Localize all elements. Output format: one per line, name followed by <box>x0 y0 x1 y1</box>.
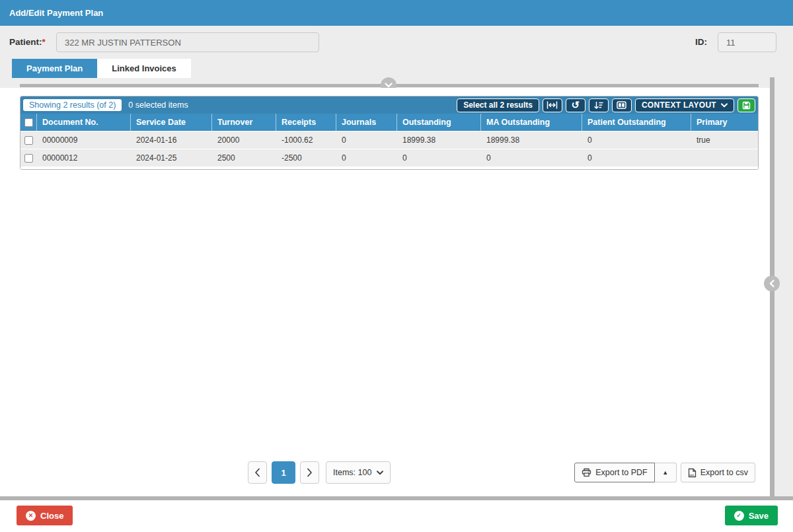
cell-receipts: -1000.62 <box>276 132 336 149</box>
column-header-turnover[interactable]: Turnover <box>212 114 276 131</box>
close-icon: ✕ <box>26 511 36 521</box>
right-splitter-bar[interactable] <box>770 77 774 496</box>
tab-bar: Payment Plan Linked Invoices <box>12 59 191 78</box>
id-input[interactable] <box>718 32 776 52</box>
chevron-right-icon <box>307 468 313 477</box>
column-header-journals[interactable]: Journals <box>336 114 397 131</box>
next-page-button[interactable] <box>300 461 319 484</box>
cell-document-no: 00000012 <box>37 149 131 167</box>
row-checkbox-cell <box>20 132 37 149</box>
tab-linked-invoices[interactable]: Linked Invoices <box>97 59 191 78</box>
cell-patient-outstanding: 0 <box>582 149 691 167</box>
grid-toolbar: Showing 2 results (of 2) 0 selected item… <box>20 96 758 114</box>
pagination: 1 Items: 100 <box>248 461 391 484</box>
sort-button[interactable] <box>589 98 609 112</box>
printer-icon <box>582 468 591 477</box>
page-number-button[interactable]: 1 <box>272 461 295 484</box>
cell-ma-outstanding: 0 <box>481 149 582 167</box>
table-row[interactable]: 00000009 2024-01-16 20000 -1000.62 0 189… <box>20 132 758 149</box>
grid-toolbar-actions: Select all 2 results ↺ <box>457 98 755 112</box>
autofit-columns-button[interactable] <box>543 98 562 112</box>
save-button[interactable]: ✓ Save <box>725 506 778 525</box>
cell-outstanding: 18999.38 <box>397 132 481 149</box>
items-per-page-label: Items: 100 <box>333 468 371 477</box>
column-header-document-no[interactable]: Document No. <box>37 114 131 131</box>
collapse-right-panel-button[interactable] <box>764 276 780 291</box>
chevron-down-icon <box>721 103 728 108</box>
export-to-pdf-button[interactable]: Export to PDF <box>574 463 655 482</box>
column-header-primary[interactable]: Primary <box>691 114 758 131</box>
cell-patient-outstanding: 0 <box>582 132 691 149</box>
columns-icon <box>617 101 626 109</box>
context-layout-label: CONTEXT LAYOUT <box>642 100 716 110</box>
column-header-receipts[interactable]: Receipts <box>276 114 336 131</box>
invoices-grid: Showing 2 results (of 2) 0 selected item… <box>20 96 759 170</box>
top-splitter-bar[interactable] <box>20 84 759 87</box>
chevron-down-icon <box>377 471 383 475</box>
results-count-badge: Showing 2 results (of 2) <box>23 99 122 111</box>
undo-icon: ↺ <box>572 100 580 110</box>
row-checkbox[interactable] <box>24 154 33 163</box>
export-pdf-label: Export to PDF <box>595 468 648 477</box>
export-bar: Export to PDF ▲ csv Export to csv <box>574 463 755 482</box>
export-to-csv-button[interactable]: csv Export to csv <box>681 463 755 482</box>
context-layout-dropdown[interactable]: CONTEXT LAYOUT <box>635 98 734 112</box>
required-asterisk: * <box>42 37 46 47</box>
id-label: ID: <box>695 37 707 47</box>
cell-turnover: 20000 <box>212 132 276 149</box>
cell-turnover: 2500 <box>212 149 276 167</box>
export-csv-label: Export to csv <box>700 468 748 477</box>
table-row[interactable]: 00000012 2024-01-25 2500 -2500 0 0 0 0 <box>20 149 758 167</box>
column-header-outstanding[interactable]: Outstanding <box>397 114 481 131</box>
grid-bottom-padding <box>20 167 758 169</box>
save-label: Save <box>749 511 769 521</box>
autofit-columns-icon <box>547 101 558 109</box>
column-header-service-date[interactable]: Service Date <box>131 114 212 131</box>
dialog-footer: ✕ Close ✓ Save <box>0 500 793 532</box>
cell-service-date: 2024-01-16 <box>131 132 212 149</box>
dialog-title: Add/Edit Payment Plan <box>9 8 103 18</box>
row-checkbox[interactable] <box>24 136 33 145</box>
chevron-left-icon <box>254 468 260 477</box>
row-checkbox-cell <box>20 149 37 167</box>
select-all-checkbox-cell <box>20 114 37 131</box>
cell-primary: true <box>691 132 758 149</box>
close-label: Close <box>40 511 63 521</box>
cell-ma-outstanding: 18999.38 <box>481 132 582 149</box>
column-header-ma-outstanding[interactable]: MA Outstanding <box>481 114 582 131</box>
save-layout-icon <box>742 101 751 110</box>
items-per-page-dropdown[interactable]: Items: 100 <box>326 461 391 484</box>
chevron-left-icon <box>769 280 774 287</box>
check-icon: ✓ <box>734 511 744 521</box>
svg-text:csv: csv <box>689 473 695 476</box>
cell-journals: 0 <box>336 149 397 167</box>
cell-primary <box>691 149 758 167</box>
chevron-down-icon <box>385 83 393 88</box>
grid-header-row: Document No. Service Date Turnover Recei… <box>20 114 758 131</box>
export-pdf-options-button[interactable]: ▲ <box>655 463 677 482</box>
column-header-patient-outstanding[interactable]: Patient Outstanding <box>582 114 691 131</box>
cell-outstanding: 0 <box>397 149 481 167</box>
cell-document-no: 00000009 <box>37 132 131 149</box>
tab-payment-plan[interactable]: Payment Plan <box>12 59 97 78</box>
column-chooser-button[interactable] <box>612 98 632 112</box>
dialog-titlebar: Add/Edit Payment Plan <box>0 0 793 26</box>
cell-service-date: 2024-01-25 <box>131 149 212 167</box>
select-all-checkbox[interactable] <box>24 118 33 127</box>
save-layout-button[interactable] <box>737 98 755 112</box>
caret-up-icon: ▲ <box>662 469 668 476</box>
reset-grid-button[interactable]: ↺ <box>566 98 585 112</box>
add-edit-payment-plan-dialog: Add/Edit Payment Plan Patient:* ID: Paym… <box>0 0 793 532</box>
sort-icon <box>593 101 603 110</box>
cell-journals: 0 <box>336 132 397 149</box>
previous-page-button[interactable] <box>248 461 267 484</box>
selected-items-text: 0 selected items <box>128 100 188 110</box>
right-collapsed-panel <box>774 88 793 496</box>
patient-label: Patient:* <box>9 37 46 47</box>
select-all-button[interactable]: Select all 2 results <box>457 98 539 112</box>
patient-label-text: Patient: <box>9 37 42 47</box>
patient-input[interactable] <box>56 32 319 52</box>
cell-receipts: -2500 <box>276 149 336 167</box>
close-button[interactable]: ✕ Close <box>17 506 73 525</box>
patient-section: Patient:* ID: Payment Plan Linked Invoic… <box>0 26 793 88</box>
